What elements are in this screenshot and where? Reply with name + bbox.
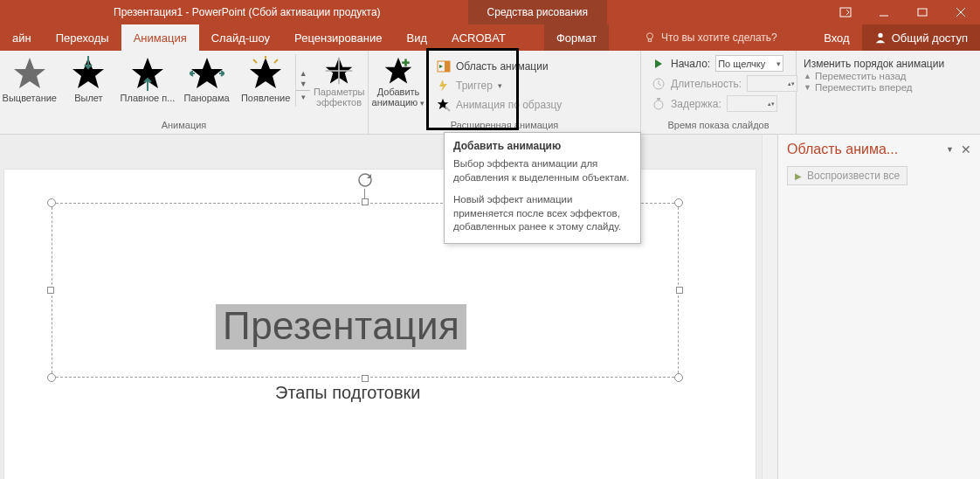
star-icon xyxy=(248,56,283,91)
gallery-more[interactable]: ▲ ▼ ▾ xyxy=(295,54,310,107)
tab-transitions[interactable]: Переходы xyxy=(44,24,121,51)
bolt-icon xyxy=(437,79,451,93)
svg-rect-6 xyxy=(648,39,652,42)
ribbon: Выцветание Вылет Плавное п... Панорама П… xyxy=(0,51,980,135)
share-button[interactable]: Общий доступ xyxy=(862,24,980,51)
duration-combo: ▴▾ xyxy=(747,75,797,92)
ribbon-display-options-icon[interactable] xyxy=(826,0,865,24)
tab-design[interactable]: айн xyxy=(0,24,44,51)
play-icon: ▶ xyxy=(795,171,802,181)
context-tab[interactable]: Средства рисования xyxy=(468,0,607,24)
tab-format[interactable]: Формат xyxy=(544,24,609,51)
brush-star-icon xyxy=(437,98,451,112)
minimize-icon[interactable] xyxy=(865,0,903,24)
handle-r[interactable] xyxy=(676,287,683,294)
slide-subtitle-text[interactable]: Этапы подготовки xyxy=(275,383,421,403)
delay-combo: ▴▾ xyxy=(727,95,777,112)
canvas-area[interactable]: Презентация Этапы подготовки xyxy=(0,135,762,479)
svg-line-10 xyxy=(274,59,278,63)
star-icon xyxy=(12,56,47,91)
timing-start[interactable]: Начало: По щелчку▾ xyxy=(646,54,803,73)
effect-appear[interactable]: Появление xyxy=(236,54,295,103)
titlebar: Презентация1 - PowerPoint (Сбой активаци… xyxy=(0,0,980,24)
group-label-timing: Время показа слайдов xyxy=(641,118,796,134)
handle-tr[interactable] xyxy=(674,198,683,207)
group-timing: Начало: По щелчку▾ Длительность: ▴▾ Заде… xyxy=(641,51,797,134)
star-plus-icon xyxy=(383,56,413,86)
svg-point-18 xyxy=(654,101,663,109)
svg-rect-16 xyxy=(445,61,450,72)
tab-animations[interactable]: Анимация xyxy=(121,24,199,51)
tabs: айн Переходы Анимация Слайд-шоу Рецензир… xyxy=(0,24,609,51)
pane-title: Область анима... xyxy=(787,142,941,157)
login-button[interactable]: Вход xyxy=(811,31,861,45)
svg-point-5 xyxy=(647,33,653,39)
start-combo[interactable]: По щелчку▾ xyxy=(715,55,783,72)
group-animation: Выцветание Вылет Плавное п... Панорама П… xyxy=(0,51,369,134)
star-icon xyxy=(324,56,354,86)
menubar: айн Переходы Анимация Слайд-шоу Рецензир… xyxy=(0,24,980,51)
animation-pane: Область анима... ▼ ✕ ▶ Воспроизвести все xyxy=(777,135,980,479)
tab-view[interactable]: Вид xyxy=(394,24,439,51)
window-controls xyxy=(826,0,980,24)
svg-rect-19 xyxy=(657,98,660,100)
svg-point-7 xyxy=(878,33,882,38)
slide-title-text[interactable]: Презентация xyxy=(216,304,466,350)
animation-pane-button[interactable]: Область анимации xyxy=(431,58,567,75)
lightbulb-icon xyxy=(644,31,656,44)
tooltip-title: Добавить анимацию xyxy=(453,140,631,152)
star-icon xyxy=(190,56,224,91)
play-all-button[interactable]: ▶ Воспроизвести все xyxy=(787,166,908,185)
effect-split[interactable]: Панорама xyxy=(177,54,237,103)
effect-float-in[interactable]: Плавное п... xyxy=(118,54,177,103)
group-label-reorder xyxy=(797,118,980,134)
effect-fly-in[interactable]: Вылет xyxy=(59,54,119,103)
handle-br[interactable] xyxy=(674,373,683,382)
star-icon xyxy=(71,56,106,91)
clock-icon xyxy=(652,77,666,91)
pane-icon xyxy=(437,59,451,73)
reorder-title: Изменить порядок анимации xyxy=(804,58,944,70)
move-earlier-button: ▲Переместить назад xyxy=(804,71,944,81)
pane-dropdown-icon[interactable]: ▼ xyxy=(946,145,954,154)
maximize-icon[interactable] xyxy=(903,0,942,24)
add-animation-button[interactable]: Добавить анимацию ▾ xyxy=(369,54,428,108)
svg-line-9 xyxy=(253,59,257,63)
animation-painter-button: Анимация по образцу xyxy=(431,96,567,114)
group-label-animation: Анимация xyxy=(0,118,368,134)
rotate-handle-icon[interactable] xyxy=(356,171,374,189)
tooltip-body-2: Новый эффект анимации применяется после … xyxy=(453,193,631,234)
tab-acrobat[interactable]: ACROBAT xyxy=(439,24,518,51)
handle-b[interactable] xyxy=(362,375,369,382)
handle-tl[interactable] xyxy=(47,198,56,207)
tell-me[interactable]: Что вы хотите сделать? xyxy=(644,24,777,51)
star-icon xyxy=(130,56,165,91)
vertical-scrollbar[interactable] xyxy=(762,135,777,479)
delay-icon xyxy=(652,97,666,111)
move-later-button: ▼Переместить вперед xyxy=(804,82,944,93)
handle-l[interactable] xyxy=(47,287,54,294)
handle-bl[interactable] xyxy=(47,373,56,382)
group-reorder: Изменить порядок анимации ▲Переместить н… xyxy=(797,51,980,134)
person-icon xyxy=(874,31,887,44)
tooltip: Добавить анимацию Выбор эффекта анимации… xyxy=(444,132,641,244)
timing-delay: Задержка: ▴▾ xyxy=(646,94,803,113)
group-advanced-animation: Добавить анимацию ▾ Область анимации Три… xyxy=(369,51,641,134)
play-icon xyxy=(652,57,666,71)
close-icon[interactable] xyxy=(942,0,980,24)
tab-review[interactable]: Рецензирование xyxy=(282,24,394,51)
tab-slideshow[interactable]: Слайд-шоу xyxy=(199,24,282,51)
slide[interactable]: Презентация Этапы подготовки xyxy=(4,170,756,479)
tooltip-body-1: Выбор эффекта анимации для добавления к … xyxy=(453,157,631,184)
effect-options-button: Параметры эффектов xyxy=(310,54,368,108)
svg-rect-2 xyxy=(918,9,927,16)
pane-close-icon[interactable]: ✕ xyxy=(961,142,971,156)
trigger-button: Триггер ▾ xyxy=(431,77,567,94)
timing-duration: Длительность: ▴▾ xyxy=(646,74,803,93)
app-title: Презентация1 - PowerPoint (Сбой активаци… xyxy=(114,6,381,18)
handle-t[interactable] xyxy=(362,198,369,205)
titlebar-right: Вход Общий доступ xyxy=(811,24,980,51)
effect-fade[interactable]: Выцветание xyxy=(0,54,59,103)
